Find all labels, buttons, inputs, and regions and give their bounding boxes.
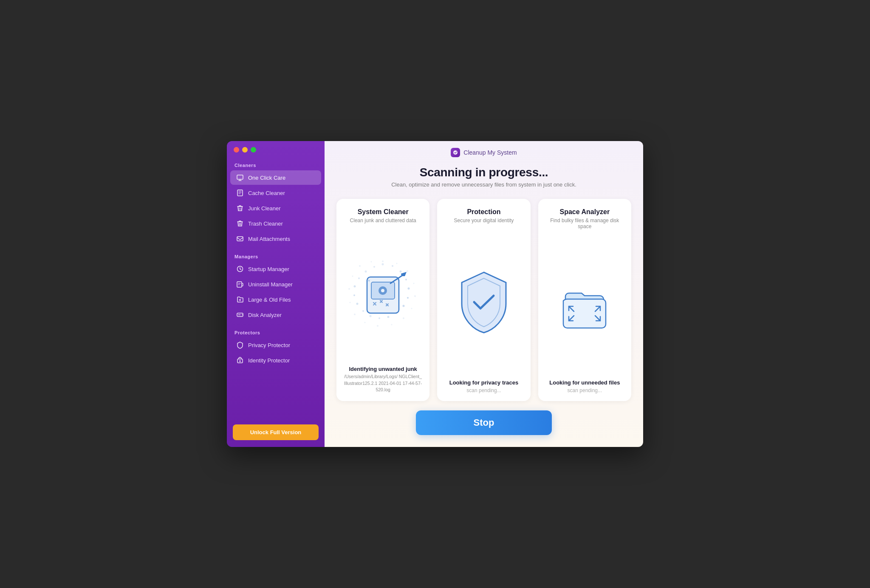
system-cleaner-card: System Cleaner Clean junk and cluttered … <box>336 199 429 401</box>
svg-point-38 <box>354 314 356 315</box>
svg-point-30 <box>407 270 408 272</box>
trash-icon <box>236 220 244 227</box>
svg-point-28 <box>382 260 384 262</box>
mail-icon <box>236 235 244 243</box>
junk-icon <box>236 204 244 212</box>
svg-point-41 <box>352 275 353 277</box>
sidebar-item-privacy-protector[interactable]: Privacy Protector <box>230 338 321 352</box>
svg-point-34 <box>403 317 404 319</box>
protection-status: Looking for privacy traces <box>449 379 519 386</box>
space-analyzer-illustration <box>546 235 624 375</box>
cards-container: System Cleaner Clean junk and cluttered … <box>325 190 643 401</box>
cache-icon <box>236 189 244 197</box>
sidebar-item-one-click-care[interactable]: One Click Care <box>230 170 321 185</box>
sidebar-item-trash-cleaner[interactable]: Trash Cleaner <box>230 216 321 231</box>
sidebar-item-label: Large & Old Files <box>248 297 291 303</box>
sidebar-item-mail-attachments[interactable]: Mail Attachments <box>230 232 321 246</box>
sidebar-item-label: One Click Care <box>248 175 285 181</box>
protection-svg <box>454 269 514 335</box>
space-analyzer-svg <box>553 273 616 337</box>
protectors-section-label: Protectors <box>227 326 325 337</box>
identity-icon <box>236 356 244 364</box>
app-logo-icon <box>452 150 458 155</box>
disk-icon <box>236 311 244 319</box>
sidebar-item-identity-protector[interactable]: Identity Protector <box>230 353 321 368</box>
sidebar-item-label: Identity Protector <box>248 357 290 364</box>
sidebar-item-label: Trash Cleaner <box>248 220 283 227</box>
sidebar-item-startup-manager[interactable]: Startup Manager <box>230 262 321 276</box>
app-title: Cleanup My System <box>463 149 517 156</box>
svg-point-19 <box>379 317 380 319</box>
sidebar-bottom: Unlock Full Version <box>227 418 325 447</box>
maximize-button[interactable] <box>251 147 256 153</box>
stop-button[interactable]: Stop <box>416 410 552 435</box>
page-title: Scanning in progress... <box>325 166 643 179</box>
unlock-full-version-button[interactable]: Unlock Full Version <box>233 424 319 440</box>
protection-title: Protection <box>467 208 500 216</box>
managers-section-label: Managers <box>227 250 325 261</box>
protection-desc: Secure your digital identity <box>454 218 514 223</box>
svg-point-21 <box>362 310 364 312</box>
svg-rect-0 <box>237 175 243 179</box>
svg-point-23 <box>353 294 355 296</box>
monitor-icon <box>236 174 244 181</box>
svg-point-10 <box>382 263 384 265</box>
svg-point-6 <box>242 314 243 315</box>
sidebar-item-disk-analyzer[interactable]: Disk Analyzer <box>230 308 321 322</box>
svg-point-32 <box>414 295 416 297</box>
page-subtitle: Clean, optimize and remove unnecessary f… <box>325 181 643 188</box>
titlebar <box>227 141 325 158</box>
svg-rect-2 <box>237 237 243 241</box>
svg-point-40 <box>348 288 350 290</box>
protection-pending: scan pending... <box>466 387 501 393</box>
app-icon <box>451 148 460 157</box>
app-header: Cleanup My System <box>325 141 643 161</box>
privacy-icon <box>236 341 244 349</box>
svg-point-42 <box>359 265 361 267</box>
main-content: Cleanup My System Scanning in progress..… <box>325 141 643 447</box>
sidebar-item-label: Privacy Protector <box>248 342 290 348</box>
system-cleaner-title: System Cleaner <box>358 208 409 216</box>
cleaners-section-label: Cleaners <box>227 158 325 170</box>
svg-point-29 <box>396 263 398 264</box>
system-cleaner-svg <box>348 260 418 330</box>
space-analyzer-status: Looking for unneeded files <box>549 379 620 386</box>
sidebar: Cleaners One Click Care Cache Cleaner Ju… <box>227 141 325 447</box>
svg-point-15 <box>407 297 409 299</box>
sidebar-item-large-old-files[interactable]: Large & Old Files <box>230 292 321 307</box>
svg-point-14 <box>408 287 410 289</box>
svg-point-18 <box>387 316 390 318</box>
minimize-button[interactable] <box>242 147 248 153</box>
svg-point-25 <box>358 277 360 279</box>
close-button[interactable] <box>234 147 239 153</box>
svg-point-24 <box>354 285 356 287</box>
svg-point-8 <box>240 361 241 362</box>
svg-point-27 <box>373 266 375 268</box>
page-title-area: Scanning in progress... Clean, optimize … <box>325 161 643 190</box>
svg-point-16 <box>403 305 405 307</box>
sidebar-item-label: Cache Cleaner <box>248 190 285 196</box>
sidebar-item-label: Disk Analyzer <box>248 312 282 318</box>
sidebar-item-label: Junk Cleaner <box>248 205 281 212</box>
sidebar-item-cache-cleaner[interactable]: Cache Cleaner <box>230 186 321 200</box>
protection-card: Protection Secure your digital identity … <box>437 199 530 401</box>
app-window: Cleaners One Click Care Cache Cleaner Ju… <box>227 141 643 447</box>
stop-button-area: Stop <box>325 401 643 447</box>
svg-point-39 <box>350 302 351 303</box>
svg-point-35 <box>391 324 393 325</box>
uninstall-icon <box>236 280 244 288</box>
svg-point-22 <box>356 302 359 305</box>
svg-point-33 <box>411 308 412 309</box>
svg-rect-7 <box>237 359 243 363</box>
svg-point-47 <box>381 289 384 292</box>
svg-point-37 <box>364 322 366 323</box>
sidebar-item-label: Startup Manager <box>248 266 289 272</box>
sidebar-item-junk-cleaner[interactable]: Junk Cleaner <box>230 201 321 215</box>
system-cleaner-illustration <box>344 229 422 362</box>
system-cleaner-path: /Users/admin/Library/Logs/ NGLClient_Ill… <box>344 373 422 393</box>
svg-point-26 <box>365 270 367 272</box>
sidebar-item-uninstall-manager[interactable]: Uninstall Manager <box>230 277 321 291</box>
protection-illustration <box>445 229 523 375</box>
svg-point-31 <box>413 283 415 284</box>
svg-rect-1 <box>237 190 243 196</box>
